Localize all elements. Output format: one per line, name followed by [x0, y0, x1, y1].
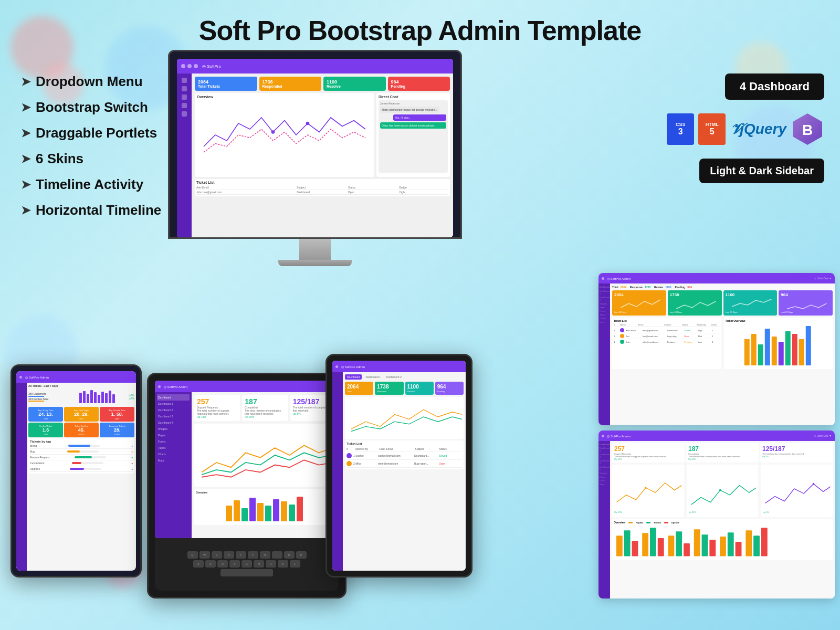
- sc-bot-nav-dashboard: Dashboard: [600, 443, 609, 446]
- tab-logo: ◎ SoftPro Admin: [164, 385, 187, 388]
- t2-chart-area: [345, 397, 464, 439]
- sc-ticket-r3: 3 John john@email.com Feature... Pending…: [614, 339, 720, 344]
- svg-rect-38: [624, 530, 631, 556]
- monitor-chat: Direct Chat James Anderson Morbi ullamco…: [376, 93, 450, 177]
- svg-rect-21: [281, 501, 287, 521]
- stat-response: 1738 Responded: [259, 77, 322, 91]
- bootstrap-logo: B: [791, 112, 824, 146]
- t2-resolve-num: 1100: [407, 384, 432, 390]
- sc-top-header: ◎ SoftPro Admin ☺ John Doe ▼: [598, 273, 835, 284]
- svg-rect-33: [805, 326, 811, 365]
- monitor-mockup: ◎ SoftPro 2064 Total Tickets: [168, 50, 462, 266]
- svg-rect-4: [79, 393, 82, 403]
- key-l: L: [290, 560, 300, 568]
- svg-rect-17: [249, 498, 256, 521]
- t2-pending-num: 964: [437, 384, 461, 390]
- tab-stat-257-label: Support RequestsThe total number of supp…: [197, 406, 237, 415]
- stat-total: 2064 Total Tickets: [195, 77, 257, 91]
- svg-point-34: [645, 487, 647, 489]
- sc-ticket-r1: 1 Alex Smith alex@gmail.com Dashboard So…: [614, 328, 720, 333]
- tag-upgrade: Upgrade ●: [30, 466, 133, 472]
- arrow-icon-5: ➤: [21, 178, 30, 192]
- sc-bot-s1-label: Support RequestsThe total number of supp…: [614, 453, 682, 458]
- key-w: W: [200, 551, 210, 559]
- svg-rect-50: [728, 532, 734, 556]
- sc-top-body: Dashboard Dashboard 1 Dashboard 2 Widget…: [598, 284, 835, 425]
- css3-badge: CSS 3: [667, 113, 694, 145]
- ticket-row-2: John.doe@gmail.comDashboardOpenHigh: [196, 190, 448, 195]
- sc-nav-charts: Charts: [600, 317, 609, 320]
- svg-rect-52: [746, 530, 752, 556]
- tab-main-chart-area: [194, 424, 336, 487]
- key-e: E: [212, 551, 222, 559]
- tag-feature: Feature Request ●: [30, 455, 133, 460]
- sc-ticket-header: #NameEmailSubjectStatusBadge ByOrder: [614, 323, 720, 327]
- svg-rect-16: [242, 508, 248, 521]
- sc-nav-1: Dashboard 1: [600, 290, 609, 295]
- sc-bot-overview: Overview Replies Solved Opened: [612, 519, 833, 560]
- screenshot-right-top: ◎ SoftPro Admin ☺ John Doe ▼ Dashboard D…: [598, 273, 835, 425]
- t2-dot: [335, 365, 338, 368]
- tab-nav-1: Dashboard 1: [157, 401, 190, 407]
- sidebar-item-4: [182, 103, 187, 108]
- tablet2-screen: ◎ SoftPro Admin Dashboard Dashboard 1 Da…: [332, 361, 466, 571]
- feature-item-1: ➤ Dropdown Menu: [21, 74, 161, 90]
- svg-rect-24: [744, 339, 749, 365]
- svg-rect-44: [676, 531, 682, 556]
- sc-ticket-list-label: Ticket List: [614, 319, 720, 322]
- sc-top-content: Total 2064 Response 1738 Review 1100 Pen…: [610, 284, 835, 425]
- stat-pending: 964 Pending: [388, 77, 450, 91]
- tablet-keyboard: Q W E R T Y U I O P A S D F G H J K L: [155, 538, 339, 591]
- key-j: J: [266, 560, 276, 568]
- monitor-dash-header: ◎ SoftPro: [177, 59, 453, 74]
- monitor-stand: [299, 239, 331, 260]
- phone-avg-metrics: Avg. Reply Time 24. 13. ⊙9% Avg. First R…: [28, 407, 134, 422]
- svg-point-36: [813, 483, 815, 485]
- tab-stat-187-label: ComplaintsThe total number of complaints…: [245, 406, 285, 415]
- arrow-icon-6: ➤: [21, 204, 30, 217]
- key-s: S: [205, 560, 216, 568]
- phone-logo: ◎ SoftPro Admin: [25, 375, 49, 379]
- sc-top-title: Total 2064 Response 1738 Review 1100 Pen…: [612, 286, 833, 289]
- phone-all-tickets: All Tickets - Last 7 Days: [28, 384, 134, 387]
- sc-bot-bar-chart: [614, 525, 831, 556]
- arrow-icon-4: ➤: [21, 152, 30, 166]
- tab-stat-257: 257 Support RequestsThe total number of …: [194, 395, 240, 421]
- sc-stat-review: 1100 Last 60 Days: [723, 290, 778, 316]
- phone-pct1: ⊙7%⊙7%: [129, 394, 134, 400]
- sc-bot-trend1: Up 13%: [614, 511, 682, 513]
- svg-rect-8: [94, 392, 97, 403]
- tab-nav-2: Dashboard 2: [157, 407, 190, 413]
- svg-point-0: [271, 130, 275, 134]
- tab-stat-187-num: 187: [245, 397, 285, 406]
- sc-bot-s1-num: 257: [614, 445, 682, 453]
- ticket-row-1: Alex EmailSubjectStatusBadge: [196, 185, 448, 190]
- sc-nav-dashboard: Dashboard: [600, 286, 609, 288]
- sc-nav-forms: Forms: [600, 310, 609, 312]
- dashboard-count-badge: 4 Dashboard: [725, 74, 824, 100]
- tab-main-content: 257 Support RequestsThe total number of …: [192, 392, 339, 538]
- sc-bot-chart3: Up 5%: [761, 465, 833, 517]
- tab-stat-187: 187 ComplaintsThe total number of compla…: [242, 395, 288, 421]
- sc-pending-label: Last 60 Days: [781, 311, 831, 313]
- tab-stat-257-trend: Up 13%: [197, 415, 237, 418]
- sc-bot-line3: [763, 467, 831, 509]
- phone-sidebar: [16, 383, 27, 571]
- svg-rect-41: [650, 528, 656, 556]
- svg-rect-42: [658, 538, 664, 556]
- t2-body: Dashboard Dashboard 1 Dashboard 2 2064 T…: [332, 372, 466, 571]
- feature-item-5: ➤ Timeline Activity: [21, 176, 161, 193]
- sc-ticket-overview-panel: Ticket Overview: [724, 318, 833, 369]
- svg-rect-53: [753, 536, 760, 556]
- sc-top-dot: [602, 277, 604, 280]
- feature-item-6: ➤ Horizontal Timeline: [21, 202, 161, 218]
- sc-bot-nav: Dashboard Dashboard 1 Dashboard 2 Dashbo…: [598, 441, 610, 488]
- t2-main: Dashboard Dashboard 1 Dashboard 2 2064 T…: [343, 372, 466, 571]
- tab-nav-3: Dashboard 3: [157, 413, 190, 419]
- t2-logo: ◎ SoftPro Admin: [341, 365, 365, 369]
- sc-bot-s3-num: 125/187: [762, 445, 831, 453]
- svg-rect-49: [720, 537, 726, 556]
- key-i: I: [272, 551, 282, 559]
- svg-rect-9: [98, 395, 100, 403]
- tab-stat-257-num: 257: [197, 397, 237, 406]
